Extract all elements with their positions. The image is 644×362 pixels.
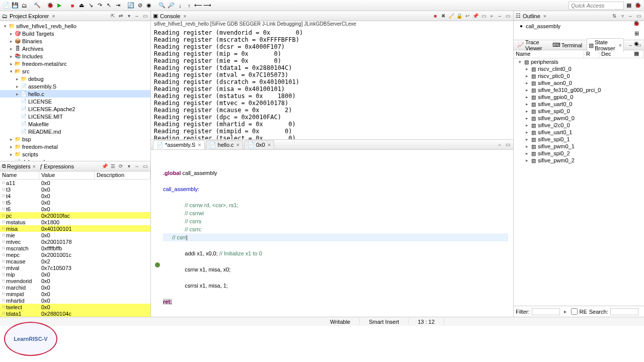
twisty-icon[interactable]: ▸	[14, 92, 20, 97]
prev-annot-icon[interactable]: ↑	[185, 2, 193, 10]
state-item[interactable]: ▸▧sifive_spi0_0	[514, 108, 644, 115]
twisty-icon[interactable]: ▸	[8, 137, 14, 142]
close-icon[interactable]: ×	[32, 163, 35, 169]
pin-icon[interactable]: 📌	[101, 163, 108, 170]
tree-item[interactable]: ▾📁sifive_hifive1_revb_hello	[0, 22, 150, 30]
breakpoints-view-icon[interactable]: ◉	[633, 40, 640, 47]
register-row[interactable]: ⁞⁞tselect0x0	[0, 304, 150, 310]
register-row[interactable]: ⁞⁞pc0x20010fac	[0, 212, 150, 219]
state-item[interactable]: ▸▧riscv_clint0_0	[514, 65, 644, 72]
twisty-icon[interactable]: ▸	[14, 84, 20, 89]
tree-item[interactable]: 📄LICENSE.Apache2	[0, 105, 150, 113]
minimize-icon[interactable]: –	[496, 13, 503, 20]
register-row[interactable]: ⁞⁞t60x0	[0, 206, 150, 212]
variables-view-icon[interactable]: ⊞	[633, 30, 640, 37]
register-row[interactable]: ⁞⁞a110x0	[0, 179, 150, 186]
debug-view-icon[interactable]: 🐞	[633, 20, 640, 27]
state-item[interactable]: ▸▧sifive_pwm0_0	[514, 115, 644, 122]
close-icon[interactable]: ×	[183, 13, 186, 19]
back-icon[interactable]: ⟵	[194, 2, 202, 10]
close-icon[interactable]: ×	[198, 142, 201, 148]
new-console-icon[interactable]: ＋	[488, 13, 495, 20]
close-icon[interactable]: ×	[236, 142, 239, 148]
save-icon[interactable]: 💾	[11, 2, 19, 10]
state-item[interactable]: ▸▧sifive_gpio0_0	[514, 94, 644, 101]
register-row[interactable]: ⁞⁞mvendorid0x0	[0, 278, 150, 284]
maximize-icon[interactable]: ▭	[141, 13, 148, 20]
col-name[interactable]: Name	[0, 171, 39, 179]
twisty-icon[interactable]: ▸	[524, 73, 530, 78]
register-row[interactable]: ⁞⁞mimpid0x0	[0, 291, 150, 297]
tree-item[interactable]: ▸📄hello.c	[0, 90, 150, 98]
tab-trace-viewer[interactable]: 📈Trace Viewer	[516, 39, 548, 52]
twisty-icon[interactable]: ▸	[8, 54, 14, 59]
tab-expressions[interactable]: ƒExpressions	[40, 163, 74, 169]
state-item[interactable]: ▸▧sifive_pwm0_1	[514, 143, 644, 150]
tree-item[interactable]: ▸📁freedom-metal	[0, 143, 150, 150]
state-tree[interactable]: ▾▧peripherals▸▧riscv_clint0_0▸▧riscv_pli…	[514, 58, 644, 306]
save-all-icon[interactable]: 🗂	[20, 2, 28, 10]
tree-item[interactable]: ▸📦Binaries	[0, 37, 150, 45]
tree-item[interactable]: ▾📂src	[0, 67, 150, 75]
word-wrap-icon[interactable]: ↩	[464, 13, 471, 20]
tree-item[interactable]: ▸📁debug	[0, 75, 150, 82]
search-icon[interactable]: 🔎	[167, 2, 175, 10]
filter-input[interactable]	[532, 308, 560, 315]
step-over-icon[interactable]: ↷	[96, 2, 104, 10]
twisty-icon[interactable]: ▸	[14, 76, 20, 81]
minimize-icon[interactable]: –	[627, 13, 634, 20]
tree-item[interactable]: 📄Makefile	[0, 120, 150, 128]
twisty-icon[interactable]: ▸	[8, 46, 14, 51]
toggle-bp-icon[interactable]: ◉	[145, 2, 153, 10]
step-return-icon[interactable]: ↖	[105, 2, 113, 10]
memory-view-icon[interactable]: ▦	[633, 50, 640, 57]
register-row[interactable]: ⁞⁞mip0x0	[0, 271, 150, 278]
clear-icon[interactable]: 🧹	[448, 13, 455, 20]
link-editor-icon[interactable]: ⇄	[117, 13, 124, 20]
terminate-icon[interactable]: ⊘	[136, 2, 144, 10]
tree-item[interactable]: ▸📁scripts	[0, 150, 150, 158]
state-item[interactable]: ▸▧sifive_spi0_1	[514, 136, 644, 143]
twisty-icon[interactable]: ▸	[524, 137, 530, 142]
state-item[interactable]: ▸▧sifive_i2c0_0	[514, 122, 644, 129]
stop-icon[interactable]: ■	[68, 2, 76, 10]
twisty-icon[interactable]: ▾	[2, 24, 8, 29]
registers-body[interactable]: ⁞⁞a110x0⁞⁞t30x0⁞⁞t40x0⁞⁞t50x0⁞⁞t60x0⁞⁞pc…	[0, 179, 150, 317]
sort-icon[interactable]: ⇅	[611, 13, 618, 20]
open-type-icon[interactable]: 🔍	[158, 2, 166, 10]
disconnect-icon[interactable]: ⏏	[77, 2, 86, 10]
refresh-icon[interactable]: ⟳	[117, 163, 124, 170]
terminate-console-icon[interactable]: ■	[432, 13, 439, 20]
twisty-icon[interactable]: ▸	[8, 144, 14, 149]
col-r[interactable]: R	[584, 50, 599, 58]
maximize-icon[interactable]: ▭	[504, 141, 511, 148]
new-icon[interactable]: 📄	[2, 2, 10, 10]
maximize-icon[interactable]: ▭	[635, 13, 642, 20]
state-item[interactable]: ▸▧sifive_aon0_0	[514, 79, 644, 86]
register-row[interactable]: ⁞⁞mcause0x2	[0, 258, 150, 264]
register-row[interactable]: ⁞⁞mhartid0x0	[0, 297, 150, 304]
editor-tab[interactable]: 📄*assembly.S×	[153, 140, 205, 149]
twisty-icon[interactable]: ▸	[8, 61, 14, 66]
state-item[interactable]: ▾▧peripherals	[514, 58, 644, 65]
debug-config-icon[interactable]: 🐞	[46, 2, 54, 10]
register-row[interactable]: ⁞⁞mtvec0x20010178	[0, 238, 150, 245]
tab-state-browser[interactable]: ▥State Browser×	[587, 38, 624, 52]
minimize-icon[interactable]: –	[133, 163, 140, 170]
tree-item[interactable]: 📄LICENSE	[0, 98, 150, 105]
apply-filter-icon[interactable]: ▸	[562, 308, 569, 315]
twisty-icon[interactable]: ▸	[524, 158, 530, 163]
perspective-cpp-icon[interactable]: ▦	[625, 2, 633, 10]
build-icon[interactable]: 🔨	[33, 2, 41, 10]
register-row[interactable]: ⁞⁞mepc0x2001001c	[0, 251, 150, 258]
tree-item[interactable]: ▸📚Includes	[0, 52, 150, 60]
twisty-icon[interactable]: ▸	[8, 31, 14, 36]
col-name[interactable]: Name	[514, 50, 584, 58]
twisty-icon[interactable]: ▸	[524, 87, 530, 93]
tree-item[interactable]: 📄LICENSE.MIT	[0, 113, 150, 120]
register-row[interactable]: ⁞⁞mtval0x7c105073	[0, 264, 150, 271]
editor-body[interactable]: .global call_assembly call_assembly: // …	[151, 150, 513, 317]
twisty-icon[interactable]: ▸	[524, 144, 530, 149]
tree-item[interactable]: ▸🗄Archives	[0, 45, 150, 52]
breakpoint-marker-icon[interactable]	[155, 262, 160, 267]
